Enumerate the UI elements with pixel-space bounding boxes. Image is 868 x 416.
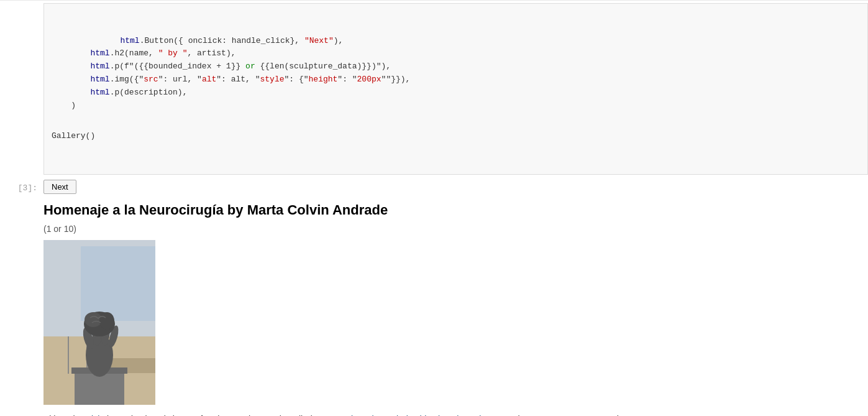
code-str-4a: src xyxy=(144,75,158,84)
code-plain-4e: ": " xyxy=(337,75,357,84)
cell-number-empty xyxy=(0,3,43,175)
code-line-2: html.h2(name, " by ", artist), xyxy=(52,47,860,60)
code-plain-4a: .img({" xyxy=(110,75,144,84)
code-plain-1: .Button({ onclick: handle_click}, xyxy=(140,36,304,45)
code-str-4c: style xyxy=(260,75,285,84)
code-plain-4f: ""}}), xyxy=(381,75,411,84)
gallery-call: Gallery() xyxy=(52,130,860,143)
code-plain-4d: ": {" xyxy=(285,75,309,84)
code-line-4: html.img({"src": url, "alt": alt, "style… xyxy=(52,73,860,86)
sculpture-svg xyxy=(43,240,155,405)
next-button[interactable]: Next xyxy=(43,180,76,194)
code-html-obj-5: html xyxy=(90,88,109,97)
svg-point-17 xyxy=(85,312,102,327)
code-kw-or: or xyxy=(245,62,255,71)
code-paren-close: ) xyxy=(71,101,76,110)
code-html-obj-1: html xyxy=(120,36,139,45)
code-line-5: html.p(description), xyxy=(52,86,860,99)
gallery-output: Next Homenaje a la Neurocirugía by Marta… xyxy=(43,180,868,416)
svg-rect-2 xyxy=(81,246,155,321)
code-str-1: "Next" xyxy=(304,36,334,45)
code-block: html.Button({ onclick: handle_click}, "N… xyxy=(43,3,868,175)
code-html-obj-4: html xyxy=(90,75,109,84)
sculpture-image xyxy=(43,240,155,405)
code-plain-3b: {{len(sculpture_data)}})"), xyxy=(255,62,391,71)
code-str-4e: 200px xyxy=(357,75,381,84)
code-plain-4b: ": url, " xyxy=(158,75,202,84)
code-str-4d: height xyxy=(309,75,338,84)
sculpture-title: Homenaje a la Neurocirugía by Marta Colv… xyxy=(43,201,868,220)
code-str-4b: alt xyxy=(202,75,216,84)
code-str-2: " by " xyxy=(158,49,188,58)
notebook-container: html.Button({ onclick: handle_click}, "N… xyxy=(0,0,868,416)
output-number-3: [3]: xyxy=(0,180,43,416)
code-line-6: ) xyxy=(52,99,860,113)
svg-point-18 xyxy=(99,312,114,330)
code-plain-5: .p(description), xyxy=(110,88,188,97)
output-cell-3: [3]: Next Homenaje a la Neurocirugía by … xyxy=(0,177,868,416)
code-plain-3a: .p(f"({{bounded_index + 1}} xyxy=(110,62,245,71)
code-html-obj-3: html xyxy=(90,62,109,71)
code-html-obj-2: html xyxy=(90,49,109,58)
code-plain-4c: ": alt, " xyxy=(216,75,260,84)
code-plain-2: .h2(name, xyxy=(110,49,158,58)
code-line-1: html.Button({ onclick: handle_click}, "N… xyxy=(52,35,860,48)
sculpture-description: Although Colvin is predominantly known f… xyxy=(43,412,845,416)
code-plain-2b: , artist), xyxy=(187,49,235,58)
code-cell-3: html.Button({ onclick: handle_click}, "N… xyxy=(0,0,868,177)
code-line-3: html.p(f"({{bounded_index + 1}} or {{len… xyxy=(52,60,860,73)
sculpture-counter: (1 or 10) xyxy=(43,224,868,234)
code-plain-1b: ), xyxy=(334,36,344,45)
